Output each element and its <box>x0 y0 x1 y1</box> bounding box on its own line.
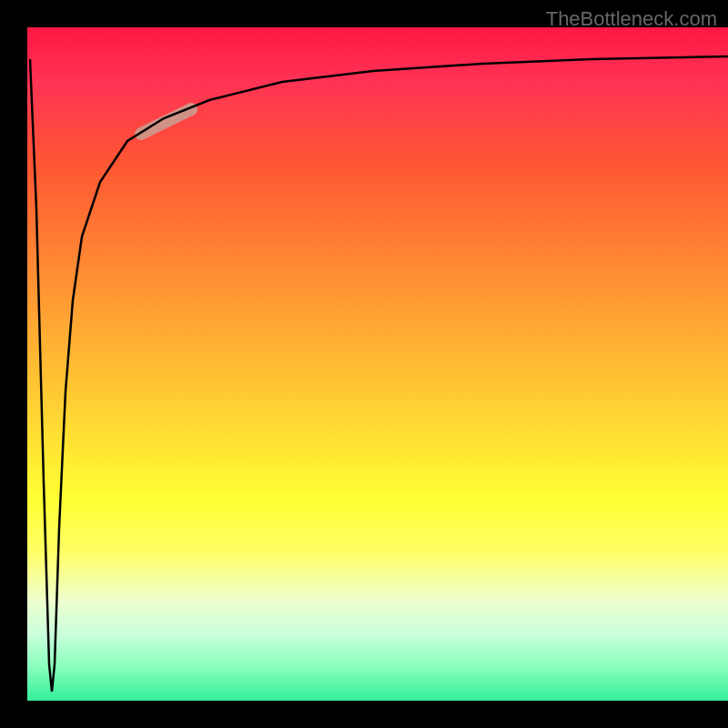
watermark-text: TheBottleneck.com <box>546 7 717 31</box>
chart-plot-area <box>27 27 728 701</box>
curve-highlight-segment <box>141 109 191 134</box>
chart-svg <box>27 27 728 701</box>
bottleneck-curve-line <box>30 56 728 692</box>
